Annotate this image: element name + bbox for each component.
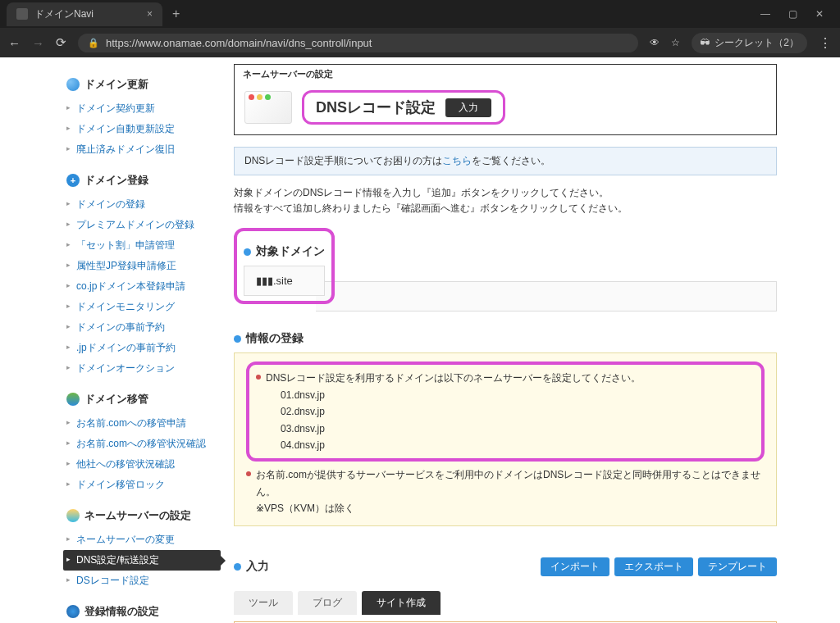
cloud-icon xyxy=(66,509,80,522)
tab-tool[interactable]: ツール xyxy=(234,591,293,615)
incognito-icon: 🕶 xyxy=(700,37,710,48)
tab-bar: ドメインNavi × + — ▢ ✕ xyxy=(0,0,840,28)
sidebar-item[interactable]: お名前.comへの移管状況確認 xyxy=(63,434,216,454)
url-text: https://www.onamae.com/domain/navi/dns_c… xyxy=(106,37,372,49)
side-head-register: ドメイン登録 xyxy=(84,173,148,188)
intro-line1: 対象ドメインのDNSレコード情報を入力し『追加』ボタンをクリックしてください。 xyxy=(234,185,777,201)
tab-blog[interactable]: ブログ xyxy=(298,591,357,615)
domain-highlight: 対象ドメイン ▮▮▮.site xyxy=(234,228,335,304)
page-title: DNSレコード設定 xyxy=(316,98,436,117)
sidebar-item[interactable]: co.jpドメイン本登録申請 xyxy=(63,276,216,297)
refresh-icon xyxy=(66,78,80,91)
section-domain: 対象ドメイン xyxy=(244,244,325,259)
sidebar-item[interactable]: ドメインの登録 xyxy=(63,194,216,215)
reload-button[interactable]: ⟳ xyxy=(56,35,66,50)
new-tab-button[interactable]: + xyxy=(166,7,186,21)
import-button[interactable]: インポート xyxy=(541,557,609,576)
nameserver-entry: 02.dnsv.jp xyxy=(281,403,755,420)
sidebar-item[interactable]: 廃止済みドメイン復旧 xyxy=(63,139,216,160)
side-head-renew: ドメイン更新 xyxy=(84,77,148,92)
template-button[interactable]: テンプレート xyxy=(698,557,777,576)
sidebar-item[interactable]: ドメイン移管ロック xyxy=(63,475,216,495)
envelope-icon xyxy=(244,91,292,124)
help-link[interactable]: こちら xyxy=(442,155,472,166)
sidebar-item[interactable]: ドメイン自動更新設定 xyxy=(63,119,216,139)
section-register: 情報の登録 xyxy=(234,331,777,346)
info-banner: DNSレコード設定手順についてお困りの方はこちらをご覧ください。 xyxy=(234,147,777,175)
maximize-icon[interactable]: ▢ xyxy=(788,8,797,20)
sidebar-item[interactable]: 「セット割」申請管理 xyxy=(63,235,216,256)
incognito-badge[interactable]: 🕶 シークレット（2） xyxy=(692,33,807,53)
sidebar-item[interactable]: ドメインオークション xyxy=(63,358,216,379)
browser-chrome: ドメインNavi × + — ▢ ✕ ← → ⟳ 🔒 https://www.o… xyxy=(0,0,840,57)
forward-button[interactable]: → xyxy=(32,36,44,50)
minimize-icon[interactable]: — xyxy=(760,8,770,20)
tab-favicon xyxy=(16,8,28,20)
nameserver-highlight: DNSレコード設定を利用するドメインは以下のネームサーバーを設定してください。 … xyxy=(246,362,765,462)
tab-site[interactable]: サイト作成 xyxy=(362,591,441,615)
side-head-info: 登録情報の設定 xyxy=(84,604,159,619)
browser-menu[interactable]: ⋮ xyxy=(819,35,832,51)
sidebar-item[interactable]: ドメインの事前予約 xyxy=(63,317,216,338)
gear-icon xyxy=(66,605,80,618)
sidebar: ドメイン更新 ドメイン契約更新ドメイン自動更新設定廃止済みドメイン復旧 ドメイン… xyxy=(63,64,216,623)
sidebar-item[interactable]: プレミアムドメインの登録 xyxy=(63,215,216,235)
sidebar-item[interactable]: ドメインモニタリング xyxy=(63,297,216,317)
sidebar-item[interactable]: ネームサーバーの変更 xyxy=(63,530,216,550)
url-bar[interactable]: 🔒 https://www.onamae.com/domain/navi/dns… xyxy=(78,34,638,52)
tab-title: ドメインNavi xyxy=(34,7,94,21)
star-icon[interactable]: ☆ xyxy=(671,37,680,48)
title-box: ネームサーバーの設定 DNSレコード設定 入力 xyxy=(234,64,777,135)
sidebar-item[interactable]: 属性型JP登録申請修正 xyxy=(63,256,216,276)
title-highlight: DNSレコード設定 入力 xyxy=(302,90,505,125)
side-head-ns: ネームサーバーの設定 xyxy=(84,508,191,523)
sidebar-item[interactable]: お名前.comへの移管申請 xyxy=(63,413,216,434)
plus-icon xyxy=(66,174,80,187)
section-input: 入力 xyxy=(234,559,269,574)
sidebar-item[interactable]: DNS設定/転送設定 xyxy=(63,550,221,571)
sidebar-item[interactable]: 他社への移管状況確認 xyxy=(63,454,216,475)
side-head-transfer: ドメイン移管 xyxy=(84,392,148,407)
sidebar-item[interactable]: ドメイン契約更新 xyxy=(63,98,216,119)
sidebar-item[interactable]: DSレコード設定 xyxy=(63,571,216,591)
intro-line2: 情報をすべて追加し終わりましたら『確認画面へ進む』ボタンをクリックしてください。 xyxy=(234,201,777,216)
domain-value: ▮▮▮.site xyxy=(244,266,325,296)
close-icon[interactable]: × xyxy=(147,8,153,20)
main-content: ネームサーバーの設定 DNSレコード設定 入力 DNSレコード設定手順についてお… xyxy=(234,64,777,623)
nameserver-entry: 04.dnsv.jp xyxy=(281,437,755,453)
close-window-icon[interactable]: ✕ xyxy=(815,8,824,20)
tool-tabs: ツール ブログ サイト作成 xyxy=(234,591,777,615)
back-button[interactable]: ← xyxy=(8,36,21,50)
nameserver-entry: 03.dnsv.jp xyxy=(281,421,755,437)
browser-tab[interactable]: ドメインNavi × xyxy=(7,2,162,26)
notice-box: DNSレコード設定を利用するドメインは以下のネームサーバーを設定してください。 … xyxy=(234,352,777,525)
nameserver-entry: 01.dnsv.jp xyxy=(281,387,755,403)
nav-bar: ← → ⟳ 🔒 https://www.onamae.com/domain/na… xyxy=(0,28,840,57)
title-category: ネームサーバーの設定 xyxy=(235,65,776,84)
eye-off-icon[interactable]: 👁 xyxy=(650,37,660,48)
window-controls: — ▢ ✕ xyxy=(760,8,833,20)
sidebar-item[interactable]: .jpドメインの事前予約 xyxy=(63,338,216,358)
globe-icon xyxy=(66,393,80,406)
export-button[interactable]: エクスポート xyxy=(614,557,693,576)
lock-icon: 🔒 xyxy=(88,38,99,48)
step-pill: 入力 xyxy=(445,98,491,117)
